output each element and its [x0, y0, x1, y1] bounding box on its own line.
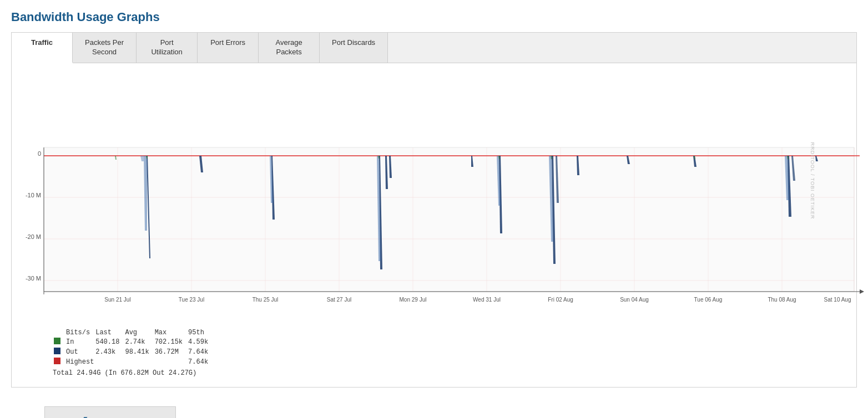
svg-text:Wed 31 Jul: Wed 31 Jul: [473, 297, 501, 303]
tab-bar: Traffic Packets PerSecond PortUtilizatio…: [12, 33, 856, 63]
legend-color-highest: [54, 358, 60, 364]
legend-color-out: [54, 348, 60, 354]
page-wrapper: Bandwidth Usage Graphs Traffic Packets P…: [0, 0, 868, 418]
turn-back-section: ❮ Turn Back: [11, 397, 857, 418]
legend-header-95th: 95th: [188, 328, 214, 337]
turn-back-icon: ❮: [78, 416, 88, 418]
legend-label-in: In: [66, 337, 95, 347]
svg-text:Sat 27 Jul: Sat 27 Jul: [327, 297, 351, 303]
legend-header-max: Max: [155, 328, 188, 337]
svg-text:Tue 23 Jul: Tue 23 Jul: [179, 297, 204, 303]
legend-header-last: Last: [95, 328, 125, 337]
tab-port-errors[interactable]: Port Errors: [198, 33, 259, 63]
svg-text:-10 M: -10 M: [26, 192, 41, 198]
tab-traffic[interactable]: Traffic: [12, 33, 73, 63]
legend-row-in: In 540.18 2.74k 702.15k 4.59k: [54, 337, 214, 347]
svg-text:-20 M: -20 M: [26, 233, 41, 240]
legend-total: Total 24.94G (In 676.82M Out 24.27G): [53, 369, 847, 377]
legend-row-highest: Highest 7.64k: [54, 357, 214, 367]
legend-p95-in: 4.59k: [188, 337, 214, 347]
svg-text:Mon 29 Jul: Mon 29 Jul: [400, 297, 427, 303]
svg-text:Sun 04 Aug: Sun 04 Aug: [620, 297, 649, 303]
page-title: Bandwidth Usage Graphs: [11, 10, 857, 24]
legend-avg-out: 98.41k: [125, 347, 154, 357]
svg-text:Sat 10 Aug: Sat 10 Aug: [824, 297, 851, 303]
tab-port-discards[interactable]: Port Discards: [320, 33, 388, 63]
legend-label-highest: Highest: [66, 357, 188, 367]
legend-row-out: Out 2.43k 98.41k 36.72M 7.64k: [54, 347, 214, 357]
legend-label-out: Out: [66, 347, 95, 357]
chart-svg: 0 -10 M -20 M -30 M: [16, 70, 852, 325]
legend-max-in: 702.15k: [155, 337, 188, 347]
chart-container: RRDITOOL / TOBI OETIKER 0 -10 M -20 M -3…: [12, 63, 856, 387]
tab-pps[interactable]: Packets PerSecond: [73, 33, 137, 63]
legend-header-metric: Bits/s: [66, 328, 95, 337]
legend-last-out: 2.43k: [95, 347, 125, 357]
watermark-text: RRDITOOL / TOBI OETIKER: [809, 142, 815, 219]
tab-avg-packets[interactable]: AveragePackets: [259, 33, 320, 63]
legend-avg-in: 2.74k: [125, 337, 154, 347]
legend-max-out: 36.72M: [155, 347, 188, 357]
legend-last-in: 540.18: [95, 337, 125, 347]
svg-marker-22: [860, 289, 864, 294]
legend-header-avg: Avg: [125, 328, 154, 337]
tab-port-util[interactable]: PortUtilization: [137, 33, 198, 63]
legend-table: Bits/s Last Avg Max 95th In 540.18 2.74: [54, 328, 214, 367]
svg-rect-4: [44, 147, 854, 292]
legend-p95-highest: 7.64k: [188, 357, 214, 367]
legend-area: Bits/s Last Avg Max 95th In 540.18 2.74: [16, 325, 852, 383]
svg-text:Sun 21 Jul: Sun 21 Jul: [104, 297, 130, 303]
svg-text:Fri 02 Aug: Fri 02 Aug: [548, 297, 573, 303]
svg-text:-30 M: -30 M: [26, 275, 41, 282]
svg-text:Thu 25 Jul: Thu 25 Jul: [253, 297, 279, 303]
turn-back-button[interactable]: ❮ Turn Back: [44, 406, 176, 418]
svg-text:Tue 06 Aug: Tue 06 Aug: [694, 297, 723, 303]
svg-text:Thu 08 Aug: Thu 08 Aug: [768, 297, 796, 303]
legend-p95-out: 7.64k: [188, 347, 214, 357]
legend-color-in: [54, 338, 60, 344]
svg-text:0: 0: [38, 150, 41, 157]
bandwidth-card: Traffic Packets PerSecond PortUtilizatio…: [11, 32, 857, 388]
